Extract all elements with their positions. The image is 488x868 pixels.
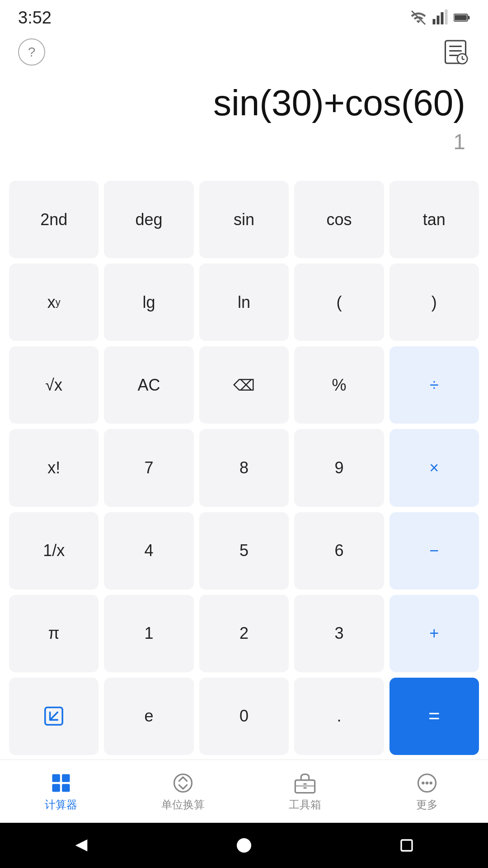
expression-display: sin(30)+cos(60) [213,81,465,125]
key-row: x!789× [9,429,479,506]
factorial-key[interactable]: x! [9,429,99,506]
svg-point-28 [426,781,429,784]
recents-button[interactable] [389,827,425,863]
svg-rect-19 [52,784,60,792]
wifi-icon [410,9,427,26]
three-key[interactable]: 3 [294,595,384,672]
status-time: 3:52 [18,8,52,28]
svg-rect-6 [468,16,470,19]
toolbox-nav-icon [293,771,317,795]
top-bar: ? [0,32,488,72]
reciprocal-key[interactable]: 1/x [9,512,99,590]
home-button[interactable] [226,827,262,863]
power-key[interactable]: xy [9,264,99,341]
pi-key[interactable]: π [9,595,99,672]
calculator-nav-icon [49,771,73,795]
unit-converter-nav-icon [171,771,195,795]
toolbox-nav[interactable]: 工具箱 [244,771,366,812]
euler-key[interactable]: e [104,678,193,755]
key-row: 1/x456− [9,512,479,590]
calculator-nav[interactable]: 计算器 [0,771,122,812]
zero-key[interactable]: 0 [199,678,289,755]
equals-key[interactable]: = [389,678,479,755]
result-display: 1 [453,129,465,154]
history-icon [442,38,469,66]
history-button[interactable] [441,38,470,66]
bottom-nav: 计算器 单位换算 工具箱 更多 [0,760,488,823]
seven-key[interactable]: 7 [104,429,193,506]
unit-converter-nav[interactable]: 单位换算 [122,771,244,812]
divide-key[interactable]: ÷ [389,346,479,424]
help-button[interactable]: ? [18,38,45,66]
calculator-nav-label: 计算器 [45,797,77,812]
eight-key[interactable]: 8 [199,429,289,506]
second-key[interactable]: 2nd [9,181,99,258]
six-key[interactable]: 6 [294,512,384,590]
tan-key[interactable]: tan [389,181,479,258]
status-icons [410,9,470,26]
lg-key[interactable]: lg [104,264,193,341]
svg-rect-4 [445,9,448,24]
status-bar: 3:52 [0,0,488,32]
svg-line-16 [50,712,58,720]
one-key[interactable]: 1 [104,595,193,672]
percent-key[interactable]: % [294,346,384,424]
more-nav-label: 更多 [416,797,438,812]
svg-rect-20 [62,784,70,792]
svg-rect-1 [433,19,436,24]
decimal-key[interactable]: . [294,678,384,755]
key-row: e0.= [9,678,479,755]
battery-icon [454,9,470,26]
more-nav[interactable]: 更多 [366,771,488,812]
toolbox-nav-label: 工具箱 [289,797,321,812]
cos-key[interactable]: cos [294,181,384,258]
help-icon: ? [28,44,36,60]
backspace-key[interactable]: ⌫ [199,346,289,424]
svg-rect-18 [62,774,70,782]
arrow-key[interactable] [9,678,99,755]
svg-rect-17 [52,774,60,782]
svg-rect-2 [437,16,440,25]
five-key[interactable]: 5 [199,512,289,590]
deg-key[interactable]: deg [104,181,193,258]
android-nav [0,823,488,868]
key-row: xylgln() [9,264,479,341]
unit-converter-nav-label: 单位换算 [161,797,205,812]
plus-key[interactable]: + [389,595,479,672]
back-button[interactable] [63,827,99,863]
svg-point-29 [429,781,432,784]
key-row: 2nddegsincostan [9,181,479,258]
keyboard: 2nddegsincostanxylgln()√xAC⌫%÷x!789×1/x4… [0,172,488,760]
sqrt-key[interactable]: √x [9,346,99,424]
arrow-down-right-icon [43,705,65,727]
display-area: sin(30)+cos(60) 1 [0,72,488,172]
signal-icon [432,9,448,26]
four-key[interactable]: 4 [104,512,193,590]
svg-rect-32 [401,840,412,851]
ac-key[interactable]: AC [104,346,193,424]
close-paren-key[interactable]: ) [389,264,479,341]
svg-point-27 [422,781,425,784]
svg-rect-3 [441,12,444,24]
open-paren-key[interactable]: ( [294,264,384,341]
ln-key[interactable]: ln [199,264,289,341]
key-row: π123+ [9,595,479,672]
svg-point-31 [237,838,251,853]
svg-rect-7 [455,15,467,20]
two-key[interactable]: 2 [199,595,289,672]
nine-key[interactable]: 9 [294,429,384,506]
multiply-key[interactable]: × [389,429,479,506]
svg-marker-30 [75,840,88,852]
more-nav-icon [415,771,439,795]
minus-key[interactable]: − [389,512,479,590]
key-row: √xAC⌫%÷ [9,346,479,424]
sin-key[interactable]: sin [199,181,289,258]
